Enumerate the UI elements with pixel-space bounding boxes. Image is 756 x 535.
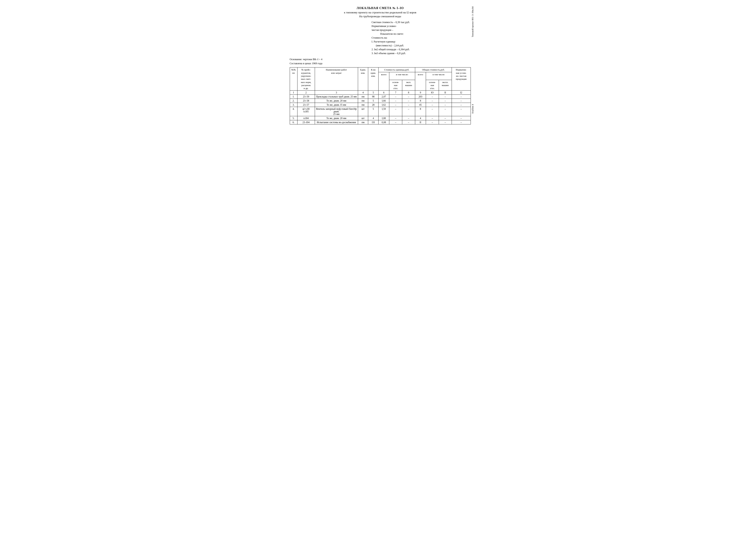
th-norm: Норматив-ная услов-но–чистаяпродукция (452, 68, 471, 91)
subtitle1: к типовому проекту на строительство роди… (290, 11, 471, 14)
table-cell: п.I04 (297, 116, 315, 120)
table-cell: – (439, 95, 452, 99)
table-cell: – (426, 107, 439, 116)
table-row: I.23–59Прокладка стальных труб диам. 25 … (290, 95, 471, 99)
th-code: № прейс-курантов,укрупнен-ных смет-ных н… (297, 68, 315, 91)
table-cell: 5 (368, 99, 379, 103)
side-text-bottom: Альбом 4 (471, 104, 474, 114)
table-cell: – (452, 99, 471, 103)
table-cell: – (452, 107, 471, 116)
table-cell: – (402, 95, 415, 99)
right-info-line4: Показатели по смете: (380, 32, 471, 36)
table-cell: – (439, 116, 452, 120)
table-cell: – (402, 107, 415, 116)
th-unit: Един.изм. (358, 68, 368, 91)
right-info-line3: чистая продукция – (372, 28, 471, 32)
table-cell: То же, диам. 20 мм (315, 99, 358, 103)
table-cell: 23–I04 (297, 120, 315, 125)
table-row: 6.23–I04Испытание системы во-доснабжения… (290, 120, 471, 125)
th-total-incl: в том числе: (426, 72, 452, 80)
table-cell: – (439, 120, 452, 125)
table-cell: II (415, 120, 426, 125)
table-cell: – (452, 116, 471, 120)
table-cell: – (452, 120, 471, 125)
table-cell: – (402, 120, 415, 125)
table-cell: 4. (290, 107, 297, 116)
table-cell: – (389, 99, 402, 103)
header-row-1: №№пп № прейс-курантов,укрупнен-ных смет-… (290, 68, 471, 72)
right-info-line9: 3. Iм3 объема здания – 0,II руб. (372, 51, 471, 55)
table-cell: I,08 (378, 116, 389, 120)
table-cell: Прокладка стальных труб диам. 25 мм (315, 95, 358, 99)
table-cell: – (426, 103, 439, 107)
table-cell: – (426, 116, 439, 120)
table-cell: 5 (368, 107, 379, 116)
th-mach-exp: эксп.машин (402, 80, 415, 91)
table-cell: – (389, 95, 402, 99)
table-cell: 28 (368, 103, 379, 107)
table-cell: шт (358, 107, 368, 116)
table-cell: – (389, 107, 402, 116)
table-cell: 4 (368, 116, 379, 120)
col-num-row: I 2 3 4 5 6 7 8 9 IO II I2 (290, 91, 471, 95)
table-cell: 5. (290, 116, 297, 120)
table-cell: I,66 (378, 99, 389, 103)
table-cell: – (402, 103, 415, 107)
th-num: №№пп (290, 68, 297, 91)
th-cost-incl: в том числе: (389, 72, 415, 80)
table-cell: – (452, 95, 471, 99)
table-row: 4.цI ч.III п.I05Вентиль запорный муф-тов… (290, 107, 471, 116)
table-cell: – (452, 103, 471, 107)
col-n10: IO (426, 91, 439, 95)
th-mach-exp2: экспл.машин (439, 80, 452, 91)
col-n5: 5 (368, 91, 379, 95)
th-qty: К-воедин.изм. (368, 68, 379, 91)
main-table: №№пп № прейс-курантов,укрупнен-ных смет-… (290, 67, 471, 125)
col-n11: II (439, 91, 452, 95)
side-text-top: Типовой проект 801–3–30м.84 (471, 7, 474, 37)
table-cell: 3. (290, 103, 297, 107)
right-info-line8: 2. Iм2 общей площади – 0,364 руб. (372, 47, 471, 51)
table-cell: I,62 (378, 103, 389, 107)
table-cell: – (439, 103, 452, 107)
table-cell: 203 (415, 95, 426, 99)
table-cell: шт (358, 116, 368, 120)
table-cell: 45 (415, 103, 426, 107)
col-n3: 3 (315, 91, 358, 95)
table-cell: 8 (415, 107, 426, 116)
table-cell: пм (358, 99, 368, 103)
th-cost-total: всего (378, 72, 389, 91)
col-n6: 6 (378, 91, 389, 95)
table-cell: Испытание системы во-доснабжения (315, 120, 358, 125)
right-info-line6: I. Расчетную единицу (372, 40, 471, 43)
table-cell: 98 (368, 95, 379, 99)
table-cell: – (389, 103, 402, 107)
col-n9: 9 (415, 91, 426, 95)
table-cell: – (389, 116, 402, 120)
basis-block: Основание: чертежи ВК–I ÷ 4 Составлена в… (290, 57, 471, 66)
th-base-wage2: основ-наяз/пл. (426, 80, 439, 91)
table-cell: – (389, 120, 402, 125)
table-cell: – (402, 99, 415, 103)
basis-line2: Составлена в ценах 1969 года (290, 62, 471, 66)
right-info-line5: Стоимость на: (372, 36, 471, 40)
table-cell: – (402, 116, 415, 120)
table-cell: – (439, 107, 452, 116)
col-n8: 8 (402, 91, 415, 95)
table-row: 2.23–58То же, диам. 20 ммпм5I,66––8––– (290, 99, 471, 103)
table-cell: 23–57 (297, 103, 315, 107)
table-cell: I. (290, 95, 297, 99)
table-row: 3.23–57То же, диам. I5 ммпм28I,62––45––– (290, 103, 471, 107)
subtitle2: На трубопроводы смешанной воды (290, 15, 471, 18)
table-cell: I3I (368, 120, 379, 125)
th-unit-cost-group: Стоимость единицы,руб. (378, 68, 415, 72)
table-cell: То же, диам. I5 мм (315, 103, 358, 107)
table-row: 5.п.I04То же, диам. 20 ммшт4I,08––4––– (290, 116, 471, 120)
table-cell: – (426, 120, 439, 125)
col-n12: I2 (452, 91, 471, 95)
table-cell: – (426, 99, 439, 103)
right-info-line7: (вместимость) – 2,64 руб. (376, 43, 471, 47)
col-n7: 7 (389, 91, 402, 95)
col-n4: 4 (358, 91, 368, 95)
col-n2: 2 (297, 91, 315, 95)
